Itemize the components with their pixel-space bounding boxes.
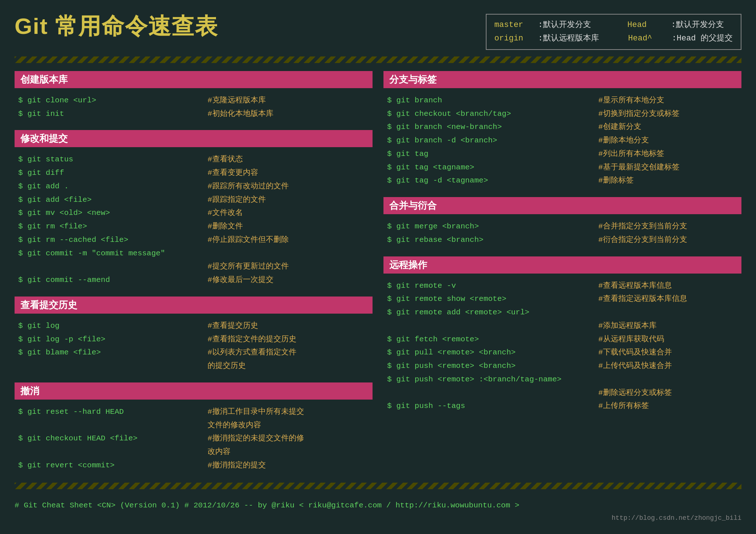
cmd-status-text: $ git status (18, 153, 208, 166)
cmd-commit-amend-comment: #修改最后一次提交 (208, 274, 273, 287)
cmd-remote-add-cont-text (387, 319, 598, 333)
cmd-blame-cont-comment: 的提交历史 (208, 360, 246, 373)
section-undo: 撤消 $ git reset --hard HEAD #撤消工作目录中所有未提交… (15, 382, 373, 475)
cmd-revert-comment: #撤消指定的提交 (208, 459, 266, 472)
section-create-repo: 创建版本库 $ git clone <url> #克隆远程版本库 $ git i… (15, 71, 373, 123)
section-remote-header: 远程操作 (383, 256, 741, 274)
cmd-pull-text: $ git pull <remote> <branch> (387, 346, 598, 360)
cmd-push-comment: #上传代码及快速合并 (598, 360, 672, 373)
cmd-git-init: $ git init #初始化本地版本库 (18, 107, 369, 121)
cmd-tag-d-text: $ git tag -d <tagname> (387, 174, 598, 188)
cmd-log-p-text: $ git log -p <file> (18, 333, 208, 346)
section-branch: 分支与标签 $ git branch #显示所有本地分支 $ git check… (383, 71, 741, 190)
section-remote-body: $ git remote -v #查看远程版本库信息 $ git remote … (383, 277, 741, 416)
cmd-mv: $ git mv <old> <new> #文件改名 (18, 207, 369, 220)
section-undo-header: 撤消 (15, 382, 373, 400)
section-log-header: 查看提交历史 (15, 297, 373, 314)
cmd-checkout-head-text: $ git checkout HEAD <file> (18, 432, 208, 445)
cmd-remote-add: $ git remote add <remote> <url> (387, 306, 738, 319)
cmd-pull-comment: #下载代码及快速合并 (598, 346, 672, 360)
cmd-log-p-comment: #查看指定文件的提交历史 (208, 333, 296, 346)
cmd-commit-amend: $ git commit --amend #修改最后一次提交 (18, 274, 369, 287)
cmd-git-init-text: $ git init (18, 107, 208, 121)
cmd-branch-comment: #显示所有本地分支 (598, 94, 664, 107)
cmd-add-file-text: $ git add <file> (18, 193, 208, 207)
cmd-branch-new-comment: #创建新分支 (598, 121, 641, 134)
cmd-remote-v-text: $ git remote -v (387, 279, 598, 293)
cmd-rm-cached-text: $ git rm --cached <file> (18, 233, 208, 247)
cmd-rm-text: $ git rm <file> (18, 220, 208, 233)
cmd-rm-cached: $ git rm --cached <file> #停止跟踪文件但不删除 (18, 233, 369, 247)
cmd-git-init-comment: #初始化本地版本库 (208, 107, 273, 121)
cmd-pull: $ git pull <remote> <branch> #下载代码及快速合并 (387, 346, 738, 360)
legend-head-val: :默认开发分支 (671, 18, 724, 32)
main-columns: 创建版本库 $ git clone <url> #克隆远程版本库 $ git i… (15, 71, 741, 475)
cmd-push-text: $ git push <remote> <branch> (387, 360, 598, 373)
cmd-mv-text: $ git mv <old> <new> (18, 207, 208, 220)
cmd-git-clone-comment: #克隆远程版本库 (208, 94, 266, 107)
cmd-add-dot-text: $ git add . (18, 180, 208, 193)
footer: # Git Cheat Sheet <CN> (Version 0.1) # 2… (15, 495, 741, 522)
cmd-log-comment: #查看提交历史 (208, 319, 258, 333)
cmd-merge-text: $ git merge <branch> (387, 220, 598, 233)
section-undo-body: $ git reset --hard HEAD #撤消工作目录中所有未提交 文件… (15, 403, 373, 475)
section-merge-body: $ git merge <branch> #合并指定分支到当前分支 $ git … (383, 218, 741, 249)
section-branch-body: $ git branch #显示所有本地分支 $ git checkout <b… (383, 92, 741, 190)
section-commit-header: 修改和提交 (15, 130, 373, 147)
cmd-checkout-head-cont-comment: 改内容 (208, 445, 231, 459)
cmd-add-file-comment: #跟踪指定的文件 (208, 193, 266, 207)
cmd-push-delete-cont: #删除远程分支或标签 (387, 386, 738, 400)
cmd-rm-comment: #删除文件 (208, 220, 243, 233)
cmd-branch-d: $ git branch -d <branch> #删除本地分支 (387, 134, 738, 148)
cmd-diff: $ git diff #查看变更内容 (18, 166, 369, 180)
section-log: 查看提交历史 $ git log #查看提交历史 $ git log -p <f… (15, 297, 373, 375)
cmd-tag-create-comment: #基于最新提交创建标签 (598, 161, 680, 174)
cmd-remote-show: $ git remote show <remote> #查看指定远程版本库信息 (387, 292, 738, 306)
cmd-diff-text: $ git diff (18, 166, 208, 180)
cmd-push: $ git push <remote> <branch> #上传代码及快速合并 (387, 360, 738, 373)
cmd-branch-new: $ git branch <new-branch> #创建新分支 (387, 121, 738, 134)
top-divider (15, 56, 741, 63)
cmd-tag-d-comment: #删除标签 (598, 174, 634, 188)
cmd-rebase-text: $ git rebase <branch> (387, 233, 598, 247)
cmd-commit-amend-text: $ git commit --amend (18, 274, 208, 287)
cmd-rebase-comment: #衍合指定分支到当前分支 (598, 233, 687, 247)
cmd-commit-m-cont-text (18, 260, 208, 274)
cmd-remote-add-text: $ git remote add <remote> <url> (387, 306, 598, 319)
left-column: 创建版本库 $ git clone <url> #克隆远程版本库 $ git i… (15, 71, 373, 475)
page-header: Git 常用命令速查表 master :默认开发分支 Head :默认开发分支 … (15, 11, 741, 50)
section-commit-body: $ git status #查看状态 $ git diff #查看变更内容 $ … (15, 151, 373, 289)
cmd-remote-add-cont: #添加远程版本库 (387, 319, 738, 333)
cmd-git-clone: $ git clone <url> #克隆远程版本库 (18, 94, 369, 107)
cmd-branch-text: $ git branch (387, 94, 598, 107)
cmd-branch: $ git branch #显示所有本地分支 (387, 94, 738, 107)
legend-headcaret-val: :Head 的父提交 (672, 32, 733, 45)
cmd-branch-new-text: $ git branch <new-branch> (387, 121, 598, 134)
bottom-divider (15, 483, 741, 489)
cmd-fetch: $ git fetch <remote> #从远程库获取代码 (387, 333, 738, 346)
cmd-status-comment: #查看状态 (208, 153, 243, 166)
cmd-git-clone-text: $ git clone <url> (18, 94, 208, 107)
cmd-log: $ git log #查看提交历史 (18, 319, 369, 333)
legend-headcaret-key: Head^ (628, 32, 657, 45)
cmd-reset-hard-cont: 文件的修改内容 (18, 419, 369, 432)
cmd-blame-cont-text (18, 360, 208, 373)
cmd-rebase: $ git rebase <branch> #衍合指定分支到当前分支 (387, 233, 738, 247)
cmd-checkout-head: $ git checkout HEAD <file> #撤消指定的未提交文件的修 (18, 432, 369, 445)
legend-master-val: :默认开发分支 (538, 18, 591, 32)
section-create-repo-header: 创建版本库 (15, 71, 373, 88)
section-branch-header: 分支与标签 (383, 71, 741, 88)
footer-strip-text: # Git Cheat Sheet <CN> (Version 0.1) # 2… (15, 495, 741, 514)
cmd-add-dot: $ git add . #跟踪所有改动过的文件 (18, 180, 369, 193)
cmd-push-tags-text: $ git push --tags (387, 400, 598, 413)
legend-head-key: Head (627, 18, 657, 32)
cmd-push-delete-cont-comment: #删除远程分支或标签 (598, 386, 672, 400)
section-merge: 合并与衍合 $ git merge <branch> #合并指定分支到当前分支 … (383, 197, 741, 249)
page-title: Git 常用命令速查表 (15, 11, 218, 42)
cmd-reset-hard-text: $ git reset --hard HEAD (18, 405, 208, 419)
cmd-commit-m-text: $ git commit -m "commit message" (18, 247, 208, 260)
legend-box: master :默认开发分支 Head :默认开发分支 origin :默认远程… (486, 14, 741, 50)
cmd-tag-comment: #列出所有本地标签 (598, 148, 664, 161)
cmd-tag-create-text: $ git tag <tagname> (387, 161, 598, 174)
cmd-blame-comment: #以列表方式查看指定文件 (208, 346, 296, 360)
